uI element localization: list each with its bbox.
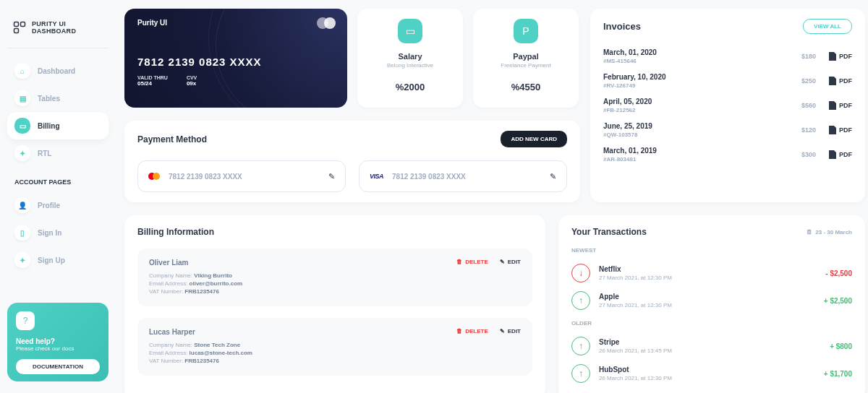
salary-tile: ▭ Salary Belong Interactive %2000 <box>357 9 463 108</box>
tile-value: %2000 <box>396 82 425 92</box>
delete-button[interactable]: 🗑DELETE <box>456 328 488 334</box>
arrow-up-icon: ↑ <box>571 337 590 355</box>
arrow-up-icon: ↑ <box>571 364 590 383</box>
transaction-name: Netflix <box>599 265 825 273</box>
invoice-pdf-button[interactable]: PDF <box>829 126 852 134</box>
transaction-row: ↑HubSpot26 March 2021, at 12:30 PM+ $1,7… <box>571 360 852 387</box>
invoice-id: #FB-212562 <box>603 107 801 113</box>
arrow-up-icon: ↑ <box>571 291 590 310</box>
sidebar-item-label: Dashboard <box>38 67 75 75</box>
transaction-name: Apple <box>599 293 824 301</box>
billing-info-card: Billing Information Oliver LiamCompany N… <box>124 215 545 393</box>
help-subtitle: Please check our docs <box>16 345 100 352</box>
rocket-icon: ✦ <box>14 252 30 268</box>
logo-icon <box>13 21 26 34</box>
invoice-amount: $560 <box>801 102 816 109</box>
edit-button[interactable]: ✎EDIT <box>500 259 521 265</box>
transaction-date: 26 March 2021, at 12:30 PM <box>599 375 824 381</box>
sidebar-section-account: ACCOUNT PAGES <box>7 167 109 191</box>
billing-vat: VAT Number: FRB1235476 <box>149 288 456 295</box>
invoice-pdf-button[interactable]: PDF <box>829 77 852 85</box>
tile-subtitle: Freelance Payment <box>501 62 550 69</box>
invoice-id: #QW-103578 <box>603 131 801 138</box>
invoice-date: April, 05, 2020 <box>603 98 801 105</box>
help-card: ? Need help? Please check our docs DOCUM… <box>7 303 109 381</box>
paypal-icon: P <box>514 19 538 43</box>
cvv-value: 09x <box>187 80 197 87</box>
invoice-amount: $120 <box>801 126 816 134</box>
sidebar-item-signin[interactable]: ▯ Sign In <box>7 219 109 246</box>
file-icon <box>829 101 836 110</box>
invoice-row: April, 05, 2020#FB-212562$560PDF <box>603 93 852 118</box>
payment-method-title: Payment Method <box>137 134 207 144</box>
transaction-date: 27 March 2021, at 12:30 PM <box>599 302 824 308</box>
add-new-card-button[interactable]: ADD NEW CARD <box>501 131 567 147</box>
file-icon <box>829 52 836 61</box>
valid-thru-value: 05/24 <box>137 80 168 87</box>
transaction-date: 26 March 2021, at 13:45 PM <box>599 347 830 354</box>
sidebar-item-rtl[interactable]: ✦ RTL <box>7 139 109 167</box>
sidebar-item-profile[interactable]: 👤 Profile <box>7 191 109 219</box>
file-icon <box>829 150 836 159</box>
invoice-pdf-button[interactable]: PDF <box>829 101 852 110</box>
transactions-group-newest: NEWEST <box>571 247 852 254</box>
invoice-row: March, 01, 2019#AR-803481$300PDF <box>603 142 852 167</box>
edit-button[interactable]: ✎EDIT <box>500 328 521 334</box>
delete-button[interactable]: 🗑DELETE <box>456 259 488 265</box>
transactions-group-older: OLDER <box>571 320 852 327</box>
transaction-amount: + $800 <box>830 342 852 350</box>
transaction-name: Stripe <box>599 338 830 346</box>
invoice-amount: $180 <box>801 53 816 60</box>
tile-subtitle: Belong Interactive <box>387 62 433 69</box>
tile-title: Salary <box>398 52 422 61</box>
svg-rect-2 <box>14 29 19 33</box>
billing-company: Company Name: Viking Burrito <box>149 272 456 279</box>
billing-vat: VAT Number: FRB1235476 <box>149 358 456 364</box>
invoice-pdf-button[interactable]: PDF <box>829 52 852 61</box>
transactions-title: Your Transactions <box>571 227 647 237</box>
view-all-button[interactable]: VIEW ALL <box>803 19 852 34</box>
sidebar-item-label: Tables <box>38 95 60 103</box>
payment-card-item: 7812 2139 0823 XXXX ✎ <box>137 160 346 192</box>
payment-method-card: Payment Method ADD NEW CARD 7812 2139 08… <box>124 121 580 202</box>
wallet-icon: ▭ <box>398 19 422 43</box>
card-number: 7812 2139 0823 XXXX <box>392 173 541 181</box>
arrow-down-icon: ↓ <box>571 264 590 282</box>
credit-card: Purity UI 7812 2139 0823 XXXX VALID THRU… <box>124 9 347 108</box>
edit-card-button[interactable]: ✎ <box>328 172 335 181</box>
billing-email: Email Address: lucas@stone-tech.com <box>149 350 456 356</box>
cvv-label: CVV <box>187 75 197 80</box>
transaction-row: ↑Apple27 March 2021, at 12:30 PM+ $2,500 <box>571 287 852 314</box>
edit-card-button[interactable]: ✎ <box>550 172 556 181</box>
logo[interactable]: PURITY UI DASHBOARD <box>7 13 109 48</box>
card-icon: ▭ <box>14 118 30 134</box>
svg-rect-1 <box>21 22 25 27</box>
visa-icon: VISA <box>370 173 383 180</box>
invoice-date: March, 01, 2020 <box>603 48 801 56</box>
invoice-row: February, 10, 2020#RV-126749$250PDF <box>603 69 852 93</box>
transactions-card: Your Transactions 🗓 23 - 30 March NEWEST… <box>558 215 865 393</box>
invoice-row: June, 25, 2019#QW-103578$120PDF <box>603 118 852 142</box>
invoice-pdf-button[interactable]: PDF <box>829 150 852 159</box>
invoices-card: Invoices VIEW ALL March, 01, 2020#MS-415… <box>590 9 865 202</box>
pencil-icon: ✎ <box>500 259 505 265</box>
sidebar-item-label: Sign In <box>38 229 61 237</box>
transaction-amount: - $2,500 <box>825 269 852 277</box>
paypal-tile: P Paypal Freelance Payment %4550 <box>473 9 579 108</box>
sidebar-item-dashboard[interactable]: ⌂ Dashboard <box>7 57 109 85</box>
billing-item: Oliver LiamCompany Name: Viking BurritoE… <box>137 249 532 306</box>
sidebar-item-signup[interactable]: ✦ Sign Up <box>7 246 109 274</box>
file-icon <box>829 77 836 85</box>
sidebar-item-tables[interactable]: ▤ Tables <box>7 85 109 112</box>
transaction-row: ↑Stripe26 March 2021, at 13:45 PM+ $800 <box>571 332 852 360</box>
logo-text: PURITY UI DASHBOARD <box>32 20 103 35</box>
sidebar-item-billing[interactable]: ▭ Billing <box>7 112 109 139</box>
documentation-button[interactable]: DOCUMENTATION <box>16 359 100 374</box>
trash-icon: 🗑 <box>456 259 462 265</box>
sidebar: PURITY UI DASHBOARD ⌂ Dashboard ▤ Tables… <box>0 0 116 393</box>
invoice-date: February, 10, 2020 <box>603 73 801 81</box>
credit-card-number: 7812 2139 0823 XXXX <box>137 56 334 68</box>
invoice-row: March, 01, 2020#MS-415646$180PDF <box>603 44 852 69</box>
sidebar-item-label: Billing <box>38 122 60 130</box>
main: Purity UI 7812 2139 0823 XXXX VALID THRU… <box>116 0 868 393</box>
